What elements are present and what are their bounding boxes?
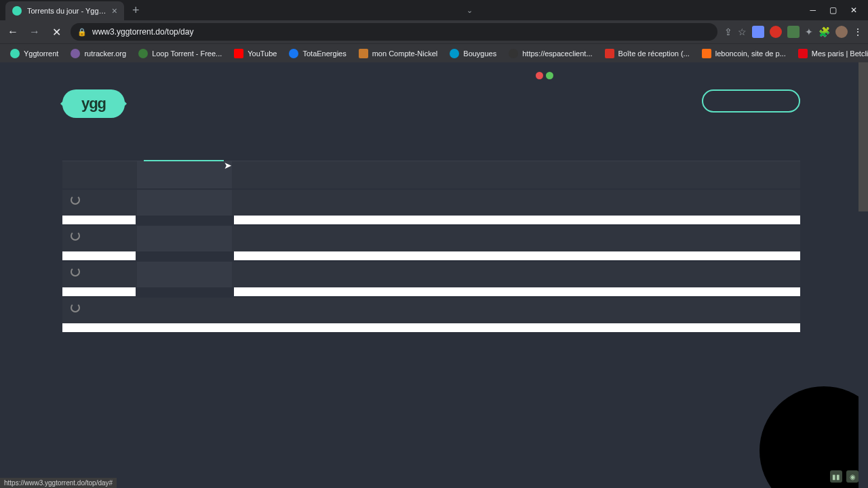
media-controls: ▮▮ ◉ — [830, 470, 859, 483]
loading-spinner-icon — [71, 267, 80, 277]
extension-icon[interactable] — [787, 26, 800, 38]
list-item[interactable] — [62, 226, 800, 260]
menu-icon[interactable]: ⋮ — [853, 26, 863, 37]
bookmark-favicon — [798, 49, 808, 58]
bookmark-label: leboncoin, site de p... — [715, 49, 786, 58]
bookmark-label: Yggtorrent — [24, 49, 58, 58]
loading-spinner-icon — [71, 195, 80, 205]
bookmark-favicon — [234, 49, 243, 58]
bookmark-item[interactable]: leboncoin, site de p... — [697, 47, 791, 60]
window-titlebar: Torrents du jour - Yggtorrent × + ⌄ ─ ▢ … — [0, 0, 868, 20]
status-bar: https://www3.yggtorrent.do/top/day# — [0, 478, 117, 488]
traffic-green-icon — [546, 72, 553, 79]
tabs-dropdown-icon[interactable]: ⌄ — [467, 6, 473, 15]
bookmark-label: Boîte de réception (... — [618, 49, 690, 58]
header-action-button[interactable] — [702, 89, 800, 113]
bookmark-favicon — [10, 49, 20, 58]
tab-favicon — [12, 6, 22, 16]
maximize-button[interactable]: ▢ — [829, 5, 837, 15]
bookmark-favicon — [702, 49, 711, 58]
toolbar-actions: ⇪ ☆ ✦ 🧩 ⋮ — [724, 26, 863, 38]
thumb-placeholder — [62, 251, 136, 260]
logo-text: ygg — [81, 95, 106, 113]
extensions-menu-icon[interactable]: 🧩 — [818, 26, 830, 37]
scrollbar-thumb[interactable] — [859, 62, 868, 211]
loading-spinner-icon — [71, 303, 80, 312]
bookmark-label: Loop Torrent - Free... — [152, 49, 222, 58]
bookmark-label: YouTube — [248, 49, 277, 58]
url-input[interactable]: 🔒 www3.yggtorrent.do/top/day — [71, 23, 717, 41]
bookmark-favicon — [509, 49, 518, 58]
filter-row — [62, 161, 800, 188]
bookmark-label: https://espaceclient... — [522, 49, 592, 58]
bookmark-favicon — [71, 49, 80, 58]
bookmark-item[interactable]: Yggtorrent — [5, 47, 63, 60]
torrent-list — [62, 190, 800, 332]
bookmark-label: TotaEnergies — [302, 49, 346, 58]
bookmark-item[interactable]: Boîte de réception (... — [600, 47, 694, 60]
site-logo[interactable]: ygg — [62, 89, 125, 118]
bookmark-favicon — [450, 49, 459, 58]
new-tab-button[interactable]: + — [132, 3, 140, 18]
browser-tab[interactable]: Torrents du jour - Yggtorrent × — [5, 1, 124, 20]
bookmark-item[interactable]: https://espaceclient... — [504, 47, 597, 60]
bookmark-star-icon[interactable]: ☆ — [738, 26, 747, 37]
close-tab-icon[interactable]: × — [112, 5, 117, 16]
row-placeholder — [234, 216, 800, 224]
tab-title: Torrents du jour - Yggtorrent — [27, 7, 106, 15]
bookmark-label: mon Compte-Nickel — [372, 49, 438, 58]
row-placeholder — [62, 323, 800, 332]
bookmark-item[interactable]: Bouygues — [445, 47, 501, 60]
traffic-red-icon — [536, 72, 543, 79]
bookmark-label: rutracker.org — [84, 49, 126, 58]
profile-avatar[interactable] — [835, 26, 848, 38]
extension-icon[interactable] — [752, 26, 764, 38]
nav-tab-active[interactable] — [144, 137, 224, 161]
row-placeholder — [234, 287, 800, 296]
bookmark-item[interactable]: YouTube — [229, 47, 281, 60]
bookmark-item[interactable]: TotaEnergies — [284, 47, 351, 60]
record-button[interactable]: ◉ — [846, 470, 859, 483]
share-icon[interactable]: ⇪ — [724, 26, 732, 37]
list-item[interactable] — [62, 190, 800, 224]
thumb-placeholder — [62, 287, 136, 296]
bookmark-favicon — [359, 49, 368, 58]
bookmark-item[interactable]: mon Compte-Nickel — [354, 47, 443, 60]
window-traffic-lights — [536, 72, 553, 79]
close-window-button[interactable]: ✕ — [850, 5, 857, 15]
minimize-button[interactable]: ─ — [810, 5, 816, 15]
bookmark-label: Mes paris | Betclic — [812, 49, 868, 58]
back-button[interactable]: ← — [5, 26, 20, 38]
bookmark-item[interactable]: Mes paris | Betclic — [793, 47, 868, 60]
list-item[interactable] — [62, 262, 800, 296]
forward-button[interactable]: → — [27, 26, 42, 38]
address-bar: ← → ✕ 🔒 www3.yggtorrent.do/top/day ⇪ ☆ ✦… — [0, 20, 868, 43]
status-url: https://www3.yggtorrent.do/top/day# — [4, 479, 113, 487]
lock-icon: 🔒 — [77, 28, 87, 37]
bookmark-favicon — [605, 49, 614, 58]
bookmark-favicon — [138, 49, 148, 58]
bookmarks-bar: Yggtorrent rutracker.org Loop Torrent - … — [0, 43, 868, 62]
page-viewport: ygg ➤ — [0, 62, 868, 488]
bookmark-item[interactable]: rutracker.org — [66, 47, 131, 60]
pause-button[interactable]: ▮▮ — [830, 470, 842, 483]
row-placeholder — [234, 251, 800, 260]
nav-tabs — [62, 137, 800, 161]
scrollbar[interactable] — [859, 62, 868, 488]
bookmark-item[interactable]: Loop Torrent - Free... — [134, 47, 226, 60]
thumb-placeholder — [62, 216, 136, 224]
window-controls: ─ ▢ ✕ — [810, 5, 863, 15]
extensions-icon[interactable]: ✦ — [805, 26, 813, 37]
extension-icon[interactable] — [770, 26, 782, 38]
list-item[interactable] — [62, 298, 800, 332]
stop-reload-button[interactable]: ✕ — [49, 26, 64, 39]
filter-panel[interactable] — [137, 161, 232, 188]
url-text: www3.yggtorrent.do/top/day — [92, 27, 193, 37]
bookmark-favicon — [289, 49, 298, 58]
loading-spinner-icon — [71, 231, 80, 241]
bookmark-label: Bouygues — [463, 49, 496, 58]
page-content: ygg ➤ — [62, 89, 800, 333]
